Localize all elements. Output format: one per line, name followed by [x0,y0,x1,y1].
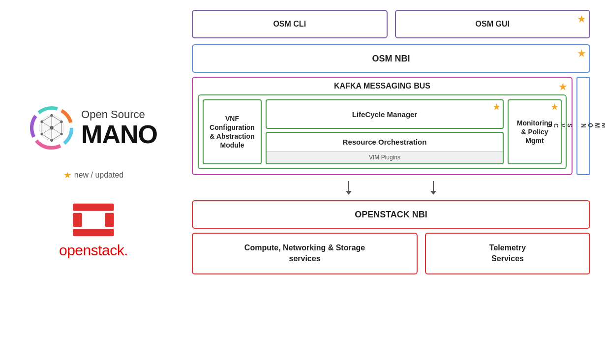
arrow-head-left [346,191,352,195]
arrows-area [192,179,590,196]
osm-cli-label: OSM CLI [273,20,306,29]
svg-rect-28 [105,212,114,226]
osm-nbi-box: OSM NBI ★ [192,44,590,73]
lifecycle-manager-box: LifeCycle Manager ★ [266,99,504,129]
row-osm-clients: OSM CLI OSM GUI ★ [192,10,590,38]
inner-components-box: VNFConfiguration& AbstractionModule Life… [198,94,567,169]
openstack-nbi-label: OPENSTACK NBI [355,210,427,220]
svg-rect-29 [84,212,103,226]
osm-gui-label: OSM GUI [476,20,510,29]
arrow-line-left [348,181,349,191]
lifecycle-label: LifeCycle Manager [352,110,418,119]
kafka-star-icon: ★ [559,82,567,92]
mano-circle-graphic [30,106,74,150]
architecture-diagram: OSM CLI OSM GUI ★ OSM NBI ★ KAFKA MESSAG… [187,0,605,364]
mano-label: MANO [81,121,157,147]
kafka-label-text: KAFKA MESSAGING BUS [334,82,430,90]
compute-label: Compute, Networking & Storageservices [244,243,365,265]
resource-orch-box: Resource Orchestration VIM Plugins [266,132,504,164]
arrow-down-left [346,181,352,195]
osm-cli-box: OSM CLI [192,10,388,38]
openstack-nbi-box: OPENSTACK NBI [192,200,590,229]
row-kafka-area: KAFKA MESSAGING BUS ★ VNFConfiguration& … [192,77,590,175]
open-source-label: Open Source [81,108,157,121]
resource-orch-label: Resource Orchestration [267,133,503,152]
lifecycle-star-icon: ★ [493,102,500,112]
monitoring-star-icon: ★ [551,102,558,113]
compute-box: Compute, Networking & Storageservices [192,233,418,274]
osm-nbi-star-icon: ★ [577,48,585,59]
new-updated-label: new / updated [74,171,124,180]
star-legend-icon: ★ [63,170,71,181]
arrow-line-right [433,181,434,191]
legend-new-updated: ★ new / updated [63,170,124,181]
monitoring-box: Monitoring& PolicyMgmt ★ [508,99,562,164]
openstack-label: openstack. [59,242,128,259]
arrow-head-right [430,191,436,195]
telemetry-box: TelemetryServices [425,233,590,274]
osm-gui-star-icon: ★ [577,14,585,25]
monitoring-label: Monitoring& PolicyMgmt [517,119,552,146]
vnf-config-box: VNFConfiguration& AbstractionModule [203,99,262,164]
mano-logo-container: Open Source MANO [30,106,157,150]
svg-rect-27 [73,212,82,226]
middle-column: LifeCycle Manager ★ Resource Orchestrati… [266,99,504,164]
vnf-label: VNFConfiguration& AbstractionModule [210,114,255,150]
svg-rect-25 [73,203,114,211]
mano-text-block: Open Source MANO [81,108,157,147]
osm-nbi-label: OSM NBI [372,54,410,64]
vim-plugins-label: VIM Plugins [267,152,503,163]
svg-rect-26 [73,229,114,236]
openstack-logo-container: openstack. [59,200,128,259]
arrow-down-right [430,181,436,195]
row-bottom-services: Compute, Networking & Storageservices Te… [192,233,590,274]
osm-gui-box: OSM GUI ★ [395,10,591,38]
openstack-icon [69,200,118,240]
telemetry-label: TelemetryServices [489,243,526,265]
kafka-outer-box: KAFKA MESSAGING BUS ★ VNFConfiguration& … [192,77,573,175]
common-svcs-box: COMMONSVCS [576,77,590,175]
left-panel: Open Source MANO ★ new / updated opensta… [0,0,187,364]
kafka-label: KAFKA MESSAGING BUS ★ [198,82,567,91]
